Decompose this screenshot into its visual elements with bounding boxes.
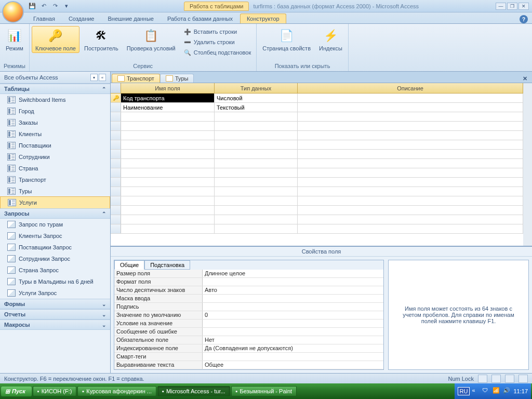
row-selector[interactable] [111,215,121,224]
field-row-empty[interactable] [111,224,523,234]
nav-group-tables[interactable]: Таблицы⌃ [0,84,110,94]
primary-key-button[interactable]: 🔑 Ключевое поле [32,26,79,53]
row-selector[interactable] [111,131,121,140]
property-sheet-button[interactable]: 📄 Страница свойств [259,26,314,53]
nav-group-queries[interactable]: Запросы⌃ [0,208,110,219]
row-selector[interactable] [111,224,121,233]
tab-home[interactable]: Главная [27,14,61,23]
property-value[interactable]: Длинное целое [203,270,383,277]
property-value[interactable]: Авто [203,286,383,294]
undo-icon[interactable]: ↶ [39,2,48,10]
nav-query-item[interactable]: Услуги Запрос [0,287,110,299]
nav-table-item[interactable]: Туры [0,185,110,197]
field-row-empty[interactable] [111,187,523,196]
help-button[interactable]: ? [520,15,528,23]
nav-table-item[interactable]: Заказы [0,117,110,128]
close-button[interactable]: ✕ [518,3,529,10]
property-value[interactable] [203,295,383,302]
clock[interactable]: 11:17 [513,388,528,394]
field-row[interactable]: НаименованиеТекстовый [111,103,523,112]
nav-query-item[interactable]: Сотрудники Запрос [0,253,110,264]
nav-table-item[interactable]: Страна [0,163,110,174]
field-row-empty[interactable] [111,159,523,168]
restore-button[interactable]: ❐ [507,3,517,10]
col-field-name[interactable]: Имя поля [121,83,215,93]
doc-tab-transport[interactable]: Транспорт [112,74,160,83]
tray-security-icon[interactable]: 🛡 [482,387,490,395]
field-name-cell[interactable]: Наименование [121,103,215,112]
insert-rows-button[interactable]: ➕Вставить строки [181,27,253,36]
property-value[interactable]: 0 [203,311,383,319]
property-row[interactable]: Подпись [114,303,383,311]
nav-query-item[interactable]: Клиенты Запрос [0,230,110,242]
nav-query-item[interactable]: Запрос по турам [0,219,110,230]
nav-collapse-icon[interactable]: « [99,74,106,81]
row-selector[interactable] [111,187,121,196]
property-value[interactable] [203,353,383,361]
nav-header[interactable]: Все объекты Access ▾« [0,72,110,84]
nav-table-item[interactable]: Клиенты [0,128,110,140]
row-selector[interactable] [111,122,121,130]
nav-group-forms[interactable]: Формы⌄ [0,299,110,309]
validation-button[interactable]: 📋 Проверка условий [123,26,179,53]
property-row[interactable]: Число десятичных знаковАвто [114,286,383,295]
property-value[interactable]: Да (Совпадения не допускаются) [203,344,383,352]
redo-icon[interactable]: ↷ [51,2,59,10]
taskbar-item[interactable]: ▪Курсовая афондеркин ... [77,386,156,396]
row-selector[interactable] [111,159,121,168]
property-row[interactable]: Сообщение об ошибке [114,328,383,336]
field-row-empty[interactable] [111,131,523,140]
property-value[interactable]: Общее [203,361,383,369]
field-row-empty[interactable] [111,122,523,131]
field-desc-cell[interactable] [298,94,523,102]
property-value[interactable] [203,320,383,327]
tab-create[interactable]: Создание [62,14,101,23]
tray-collapse-icon[interactable]: « [472,387,480,395]
property-value[interactable] [203,303,383,311]
taskbar-item[interactable]: ▪КИСОН (F:) [33,386,77,396]
property-row[interactable]: Индексированное полеДа (Совпадения не до… [114,344,383,353]
select-all-corner[interactable] [111,83,121,93]
taskbar-item[interactable]: ▪Microsoft Access - tur... [157,386,230,396]
field-row-empty[interactable] [111,206,523,215]
view-design-button[interactable] [518,375,528,383]
tab-dbtools[interactable]: Работа с базами данных [161,14,239,23]
prop-tab-general[interactable]: Общие [114,260,144,270]
close-tab-button[interactable]: ✕ [521,74,529,83]
field-row-empty[interactable] [111,168,523,178]
field-desc-cell[interactable] [298,103,523,112]
property-row[interactable]: Условие на значение [114,320,383,328]
minimize-button[interactable]: — [496,3,506,10]
tab-external[interactable]: Внешние данные [102,14,160,23]
nav-query-item[interactable]: Туры в Мальдивы на 6 дней [0,276,110,287]
field-row[interactable]: 🔑Код транспортаЧисловой [111,94,523,103]
row-selector[interactable] [111,150,121,158]
tab-designer[interactable]: Конструктор [240,14,286,23]
property-value[interactable] [203,328,383,336]
property-row[interactable]: Маска ввода [114,295,383,303]
field-type-cell[interactable]: Текстовый [215,103,298,112]
row-selector[interactable] [111,112,121,121]
row-selector[interactable] [111,103,121,112]
property-row[interactable]: Выравнивание текстаОбщее [114,361,383,369]
office-button[interactable] [2,1,24,23]
row-selector[interactable] [111,168,121,177]
nav-table-item[interactable]: Switchboard Items [0,94,110,105]
vertical-scrollbar[interactable] [523,83,532,246]
start-button[interactable]: ⊞Пуск [1,387,32,396]
field-row-empty[interactable] [111,215,523,224]
row-selector[interactable]: 🔑 [111,94,121,102]
qat-customize-icon[interactable]: ▾ [62,2,71,10]
field-row-empty[interactable] [111,140,523,150]
delete-rows-button[interactable]: ➖Удалить строки [181,37,253,47]
save-icon[interactable]: 💾 [28,2,36,10]
language-indicator[interactable]: RU [458,387,470,395]
property-value[interactable] [203,278,383,286]
nav-table-item[interactable]: Город [0,105,110,117]
row-selector[interactable] [111,140,121,149]
tray-network-icon[interactable]: 📶 [493,387,501,395]
lookup-column-button[interactable]: 🔍Столбец подстановок [181,48,253,57]
property-value[interactable]: Нет [203,336,383,344]
property-row[interactable]: Значение по умолчанию0 [114,311,383,320]
field-name-cell[interactable]: Код транспорта [121,94,215,102]
